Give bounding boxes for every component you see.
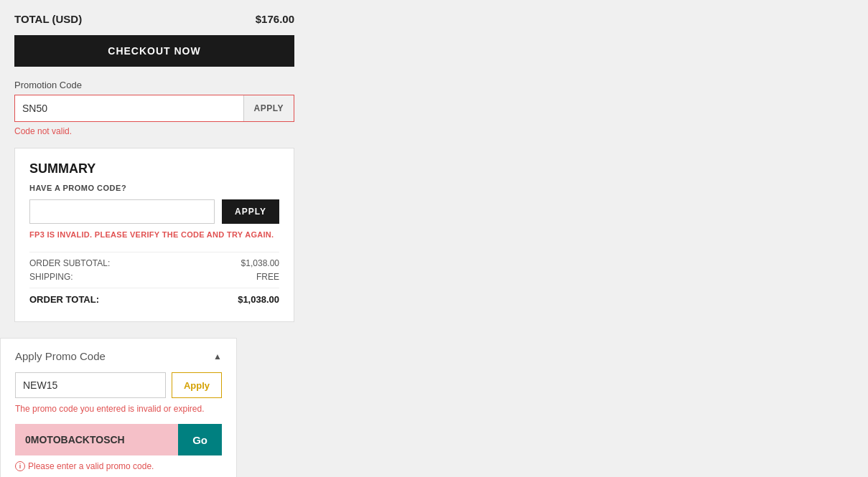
moto-row: Go [15, 424, 222, 455]
order-total-label: ORDER TOTAL: [29, 294, 99, 305]
shipping-label: SHIPPING: [29, 272, 73, 282]
apc-title: Apply Promo Code [15, 350, 106, 362]
shipping-row: SHIPPING: FREE [29, 272, 279, 282]
summary-promo-input[interactable] [29, 199, 215, 224]
have-promo-label: HAVE A PROMO CODE? [29, 184, 279, 192]
moto-go-button[interactable]: Go [178, 424, 222, 455]
promo-code-input[interactable] [15, 95, 243, 121]
apc-code-input[interactable] [15, 372, 166, 398]
moto-valid-error: i Please enter a valid promo code. [15, 461, 222, 471]
apc-header: Apply Promo Code ▲ [15, 350, 222, 362]
order-subtotal-value: $1,038.00 [241, 258, 279, 268]
order-subtotal-row: ORDER SUBTOTAL: $1,038.00 [29, 258, 279, 268]
apply-promo-panel: Apply Promo Code ▲ Apply The promo code … [0, 338, 237, 477]
apc-input-row: Apply [15, 372, 222, 398]
summary-box: SUMMARY HAVE A PROMO CODE? APPLY FP3 IS … [14, 148, 294, 322]
checkout-button[interactable]: CHECKOUT NOW [14, 35, 294, 67]
apc-error-message: The promo code you entered is invalid or… [15, 404, 222, 414]
topleft-panel: TOTAL (USD) $176.00 CHECKOUT NOW Promoti… [0, 0, 309, 338]
summary-title: SUMMARY [29, 161, 279, 176]
summary-apply-button[interactable]: APPLY [222, 199, 279, 224]
info-icon: i [15, 461, 25, 471]
moto-valid-error-text: Please enter a valid promo code. [28, 461, 154, 471]
summary-promo-row: APPLY [29, 199, 279, 224]
code-invalid-message: Code not valid. [14, 126, 294, 136]
order-subtotal-label: ORDER SUBTOTAL: [29, 258, 110, 268]
total-row: TOTAL (USD) $176.00 [14, 13, 294, 25]
moto-code-input[interactable] [15, 424, 178, 455]
promo-input-row: APPLY [14, 95, 294, 122]
order-total-row: ORDER TOTAL: $1,038.00 [29, 294, 279, 305]
shipping-value: FREE [256, 272, 279, 282]
apc-apply-button[interactable]: Apply [172, 372, 222, 398]
total-amount: $176.00 [256, 13, 294, 25]
order-total-value: $1,038.00 [238, 294, 279, 305]
chevron-up-icon[interactable]: ▲ [213, 351, 222, 362]
promo-apply-button[interactable]: APPLY [243, 95, 294, 121]
promo-code-label: Promotion Code [14, 80, 294, 90]
total-label: TOTAL (USD) [14, 13, 82, 25]
summary-error-message: FP3 IS INVALID. PLEASE VERIFY THE CODE A… [29, 230, 279, 240]
